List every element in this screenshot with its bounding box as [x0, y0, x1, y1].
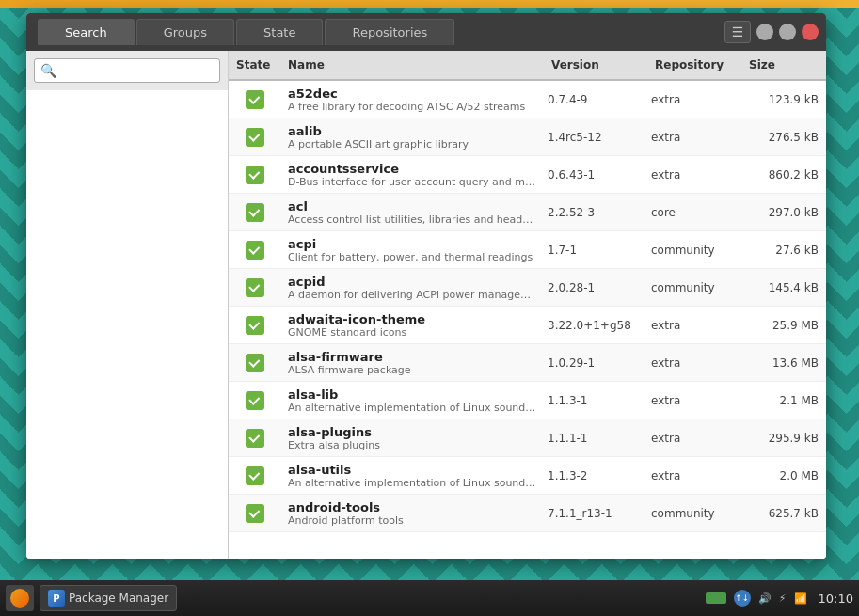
pkg-state-icon: [229, 429, 280, 448]
table-row[interactable]: accountsservice D-Bus interface for user…: [229, 156, 826, 194]
pkg-desc: GNOME standard icons: [288, 326, 536, 339]
tray-icon-4[interactable]: 📶: [794, 592, 807, 605]
package-list: a52dec A free library for decoding ATSC …: [229, 81, 826, 559]
pkg-repo: extra: [647, 469, 741, 482]
pkg-size: 297.0 kB: [741, 206, 826, 219]
titlebar: Search Groups State Repositories ☰: [26, 13, 826, 51]
system-tray: ↑↓ 🔊 ⚡ 📶 10:10: [706, 590, 853, 607]
table-row[interactable]: adwaita-icon-theme GNOME standard icons …: [229, 307, 826, 344]
sidebar-list: [26, 90, 228, 559]
col-version[interactable]: Version: [544, 58, 647, 71]
table-row[interactable]: alsa-plugins Extra alsa plugins 1.1.1-1 …: [229, 419, 826, 457]
pkg-desc: An alternative implementation of Linux s…: [288, 477, 536, 489]
table-row[interactable]: acl Access control list utilities, libra…: [229, 194, 826, 231]
tab-repositories[interactable]: Repositories: [325, 19, 454, 45]
table-row[interactable]: a52dec A free library for decoding ATSC …: [229, 81, 826, 118]
table-row[interactable]: alsa-firmware ALSA firmware package 1.0.…: [229, 344, 826, 382]
package-table: State Name Version Repository Size a52de…: [229, 51, 826, 559]
table-row[interactable]: acpid A daemon for delivering ACPI power…: [229, 269, 826, 307]
installed-icon: [246, 166, 264, 184]
pkg-size: 145.4 kB: [741, 281, 826, 294]
pkg-version: 1.0.29-1: [544, 356, 647, 370]
pkg-name: acpi: [288, 237, 536, 251]
tab-search[interactable]: Search: [38, 19, 135, 45]
pkg-state-icon: [229, 90, 280, 109]
tray-icon-3[interactable]: ⚡: [779, 592, 787, 605]
pkg-name: acl: [288, 199, 536, 213]
pkg-desc: ALSA firmware package: [288, 364, 536, 376]
pkg-name: aalib: [288, 124, 536, 138]
pkg-name: alsa-lib: [288, 387, 536, 402]
pkg-desc: An alternative implementation of Linux s…: [288, 402, 536, 414]
pkg-repo: extra: [647, 93, 741, 106]
start-button[interactable]: [6, 585, 34, 611]
table-row[interactable]: acpi Client for battery, power, and ther…: [229, 231, 826, 269]
col-size[interactable]: Size: [741, 58, 826, 71]
clock: 10:10: [819, 592, 853, 606]
pkg-repo: extra: [647, 131, 741, 144]
pkg-info: alsa-lib An alternative implementation o…: [280, 384, 544, 418]
pkg-repo: core: [647, 206, 741, 219]
maximize-button[interactable]: [779, 24, 796, 40]
tray-icon-2[interactable]: 🔊: [758, 592, 772, 605]
pkg-size: 2.0 MB: [741, 469, 826, 482]
pkg-name: android-tools: [288, 500, 536, 514]
pkg-size: 13.6 MB: [741, 356, 826, 370]
installed-icon: [246, 429, 264, 448]
pkg-size: 276.5 kB: [741, 131, 826, 144]
pkg-info: alsa-firmware ALSA firmware package: [280, 346, 544, 380]
pkg-version: 2.2.52-3: [544, 206, 647, 219]
tab-state[interactable]: State: [236, 19, 323, 45]
pkg-state-icon: [229, 278, 280, 297]
pkg-desc: A free library for decoding ATSC A/52 st…: [288, 101, 536, 113]
table-row[interactable]: aalib A portable ASCII art graphic libra…: [229, 118, 826, 156]
app-icon: P: [48, 590, 65, 607]
pkg-version: 1.7-1: [544, 244, 647, 257]
pkg-repo: extra: [647, 168, 741, 182]
installed-icon: [246, 466, 264, 485]
pkg-repo: extra: [647, 394, 741, 407]
search-input[interactable]: [60, 64, 214, 78]
installed-icon: [246, 241, 264, 260]
pkg-size: 2.1 MB: [741, 394, 826, 407]
pkg-desc: Extra alsa plugins: [288, 439, 536, 451]
installed-icon: [246, 504, 264, 523]
pkg-name: alsa-plugins: [288, 425, 536, 439]
search-box[interactable]: 🔍: [34, 58, 220, 83]
minimize-button[interactable]: [756, 24, 773, 40]
window-controls: ☰: [724, 21, 819, 43]
taskbar-package-manager[interactable]: P Package Manager: [40, 585, 177, 611]
col-repository[interactable]: Repository: [647, 58, 741, 71]
tray-icon-1[interactable]: ↑↓: [734, 590, 751, 607]
col-name[interactable]: Name: [280, 58, 544, 71]
pkg-state-icon: [229, 316, 280, 335]
installed-icon: [246, 128, 264, 147]
pkg-desc: Android platform tools: [288, 514, 536, 527]
pkg-desc: D-Bus interface for user account query a…: [288, 176, 536, 188]
search-icon: 🔍: [40, 63, 56, 78]
pkg-name: a52dec: [288, 87, 536, 101]
pkg-size: 123.9 kB: [741, 93, 826, 106]
pkg-desc: Access control list utilities, libraries…: [288, 213, 536, 226]
pkg-version: 7.1.1_r13-1: [544, 507, 647, 520]
tab-groups[interactable]: Groups: [136, 19, 234, 45]
installed-icon: [246, 90, 264, 109]
table-row[interactable]: android-tools Android platform tools 7.1…: [229, 495, 826, 532]
table-row[interactable]: alsa-utils An alternative implementation…: [229, 457, 826, 495]
pkg-repo: extra: [647, 356, 741, 370]
pkg-size: 860.2 kB: [741, 168, 826, 182]
close-button[interactable]: [802, 24, 819, 40]
col-state[interactable]: State: [229, 58, 280, 71]
pkg-name: alsa-utils: [288, 463, 536, 477]
pkg-version: 1.4rc5-12: [544, 131, 647, 144]
pkg-version: 1.1.3-2: [544, 469, 647, 482]
pkg-state-icon: [229, 166, 280, 184]
pkg-repo: community: [647, 244, 741, 257]
pkg-info: acl Access control list utilities, libra…: [280, 196, 544, 229]
table-row[interactable]: alsa-lib An alternative implementation o…: [229, 382, 826, 419]
pkg-repo: extra: [647, 432, 741, 445]
menu-button[interactable]: ☰: [724, 21, 751, 43]
pkg-version: 3.22.0+1+g58: [544, 319, 647, 332]
pkg-info: android-tools Android platform tools: [280, 497, 544, 530]
pkg-info: acpid A daemon for delivering ACPI power…: [280, 271, 544, 305]
